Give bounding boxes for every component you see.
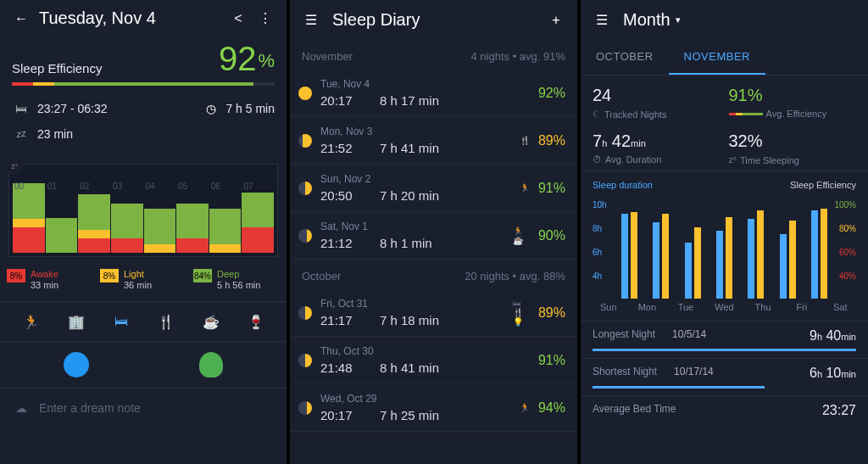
back-icon[interactable]: ← xyxy=(12,9,31,28)
mood-happy-icon[interactable] xyxy=(64,352,89,377)
moon-icon: ☾ xyxy=(593,109,601,120)
stat-nights: 24 ☾Tracked Nights xyxy=(593,86,721,120)
tab-november[interactable]: NOVEMBER xyxy=(669,40,765,75)
sleep-duration: 7 h 5 min xyxy=(225,102,275,115)
tag-row: 🏃 🏢 🛏 🍴 ☕ 🍷 xyxy=(0,302,287,342)
shortest-night-row: Shortest Night 10/17/14 6h 10min xyxy=(581,358,868,383)
month-tabs: OCTOBER NOVEMBER xyxy=(581,40,868,75)
avg-bed-row: Average Bed Time 23:27 xyxy=(581,395,868,420)
diary-list[interactable]: November4 nights • avg. 91%Tue, Nov 420:… xyxy=(290,40,577,432)
clock-icon: ◷ xyxy=(202,99,220,118)
dropdown-icon: ▾ xyxy=(676,14,681,25)
bed-range: 23:27 - 06:32 xyxy=(37,102,108,115)
efficiency-unit: % xyxy=(258,50,275,75)
moon-icon xyxy=(298,401,312,415)
overflow-icon[interactable]: ⋮ xyxy=(256,9,275,28)
zz-badge: zᶻ xyxy=(6,158,23,175)
month-header: ☰ Month ▾ xyxy=(581,0,868,40)
bed-tag-icon[interactable]: 🛏 xyxy=(112,312,131,331)
efficiency-label: Sleep Efficiency xyxy=(12,61,219,75)
month-title[interactable]: Month ▾ xyxy=(623,10,681,30)
stat-time-sleeping: 32% zᶻTime Sleeping xyxy=(729,131,857,165)
moon-icon xyxy=(298,306,312,320)
cloud-icon: ☁ xyxy=(12,399,31,417)
food-icon[interactable]: 🍴 xyxy=(157,312,175,331)
asleep-after: 23 min xyxy=(37,127,73,141)
legend-light: 8% Light36 min xyxy=(100,269,186,291)
deep-pct: 84% xyxy=(193,269,212,282)
alcohol-icon[interactable]: 🍷 xyxy=(247,312,265,331)
stress-icon[interactable]: 🏢 xyxy=(67,312,86,331)
efficiency-row: Sleep Efficiency 92 % xyxy=(0,36,287,82)
chart-left-label: Sleep duration xyxy=(593,180,653,190)
longest-bar xyxy=(593,349,856,351)
eff-minibar xyxy=(729,113,763,115)
menu-icon[interactable]: ☰ xyxy=(593,11,611,30)
mood-row xyxy=(0,342,287,389)
awake-pct: 8% xyxy=(7,269,25,282)
pane-day: ← Tuesday, Nov 4 < ⋮ Sleep Efficiency 92… xyxy=(0,0,287,464)
shortest-bar xyxy=(593,386,765,389)
diary-header: ☰ Sleep Diary + xyxy=(290,0,577,40)
sleep-timeline-chart[interactable]: zᶻ 0001020304050607 xyxy=(8,164,278,257)
chart-legend: Sleep duration Sleep Efficiency xyxy=(581,171,868,193)
times-block: 🛏 23:27 - 06:32 ◷ 7 h 5 min zZ 23 min xyxy=(0,92,287,157)
coffee-icon[interactable]: ☕ xyxy=(202,312,220,331)
dream-note-row[interactable]: ☁ Enter a dream note xyxy=(0,389,287,428)
legend-deep: 84% Deep5 h 56 min xyxy=(193,269,280,291)
header: ← Tuesday, Nov 4 < ⋮ xyxy=(0,0,287,36)
diary-entry[interactable]: Fri, Oct 3121:177 h 18 min🛏🍴💡89% xyxy=(290,289,577,337)
pane-diary: ☰ Sleep Diary + November4 nights • avg. … xyxy=(290,0,577,464)
light-pct: 8% xyxy=(100,269,119,282)
dream-note-placeholder: Enter a dream note xyxy=(39,401,141,415)
menu-icon[interactable]: ☰ xyxy=(302,11,320,30)
diary-title: Sleep Diary xyxy=(332,10,535,30)
legend: 8% Awake33 min 8% Light36 min 84% Deep5 … xyxy=(0,262,287,302)
zz-icon: zᶻ xyxy=(729,154,737,165)
stats-grid: 24 ☾Tracked Nights 91% Avg. Efficiency 7… xyxy=(581,75,868,171)
add-icon[interactable]: + xyxy=(547,11,565,30)
share-icon[interactable]: < xyxy=(229,9,248,28)
stat-efficiency: 91% Avg. Efficiency xyxy=(729,86,857,120)
diary-entry[interactable]: Sun, Nov 220:507 h 20 min🏃91% xyxy=(290,165,577,212)
moon-icon xyxy=(298,134,312,148)
date-title: Tuesday, Nov 4 xyxy=(39,8,220,28)
legend-awake: 8% Awake33 min xyxy=(7,269,93,291)
weekday-labels: SunMonTueWedThuFriSat xyxy=(593,302,856,312)
moon-icon xyxy=(298,182,312,195)
chart-right-label: Sleep Efficiency xyxy=(790,180,856,190)
mood-ghost-icon[interactable] xyxy=(199,352,223,377)
efficiency-bar xyxy=(12,82,275,86)
diary-entry[interactable]: Sat, Nov 121:128 h 1 min🏃☕90% xyxy=(290,212,577,260)
weekday-chart[interactable]: 10h8h6h4h100%80%60%40% xyxy=(593,197,856,299)
exercise-icon[interactable]: 🏃 xyxy=(22,312,41,331)
clock-icon: ⏱ xyxy=(593,154,602,165)
bed-icon: 🛏 xyxy=(12,99,31,118)
moon-icon xyxy=(298,354,312,367)
longest-night-row: Longest Night 10/5/14 9h 40min xyxy=(581,321,868,345)
tab-october[interactable]: OCTOBER xyxy=(581,40,669,75)
diary-entry[interactable]: Mon, Nov 321:527 h 41 min🍴89% xyxy=(290,117,577,165)
diary-entry[interactable]: Thu, Oct 3021:488 h 41 min91% xyxy=(290,337,577,384)
diary-entry[interactable]: Wed, Oct 2920:177 h 25 min🏃94% xyxy=(290,384,577,432)
diary-entry[interactable]: Tue, Nov 420:178 h 17 min92% xyxy=(290,70,577,117)
efficiency-value: 92 xyxy=(219,42,257,75)
pane-month: ☰ Month ▾ OCTOBER NOVEMBER 24 ☾Tracked N… xyxy=(581,0,868,464)
zz-icon: zZ xyxy=(12,125,31,143)
stat-duration: 7h 42min ⏱Avg. Duration xyxy=(593,131,721,165)
moon-icon xyxy=(298,87,312,100)
moon-icon xyxy=(298,229,312,243)
